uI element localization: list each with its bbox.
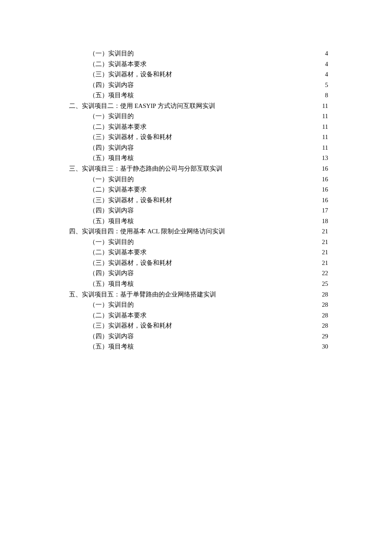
toc-entry-label: （二）实训基本要求 <box>89 59 147 70</box>
toc-entry: 四、实训项目四：使用基本 ACL 限制企业网络访问实训21 <box>69 226 328 237</box>
toc-entry-label: （二）实训基本要求 <box>89 184 147 195</box>
toc-entry-page: 4 <box>320 69 328 80</box>
toc-entry-page: 16 <box>320 163 328 174</box>
toc-entry-page: 25 <box>320 279 328 289</box>
toc-entry-label: （三）实训器材，设备和耗材 <box>89 320 172 331</box>
toc-entry-label: （五）项目考核 <box>89 341 134 352</box>
toc-entry-page: 11 <box>320 101 328 111</box>
toc-entry-page: 11 <box>320 142 328 153</box>
toc-entry-page: 17 <box>320 205 328 216</box>
toc-entry-page: 21 <box>320 247 328 258</box>
toc-entry-page: 13 <box>320 153 328 163</box>
toc-entry: （四）实训内容17 <box>69 205 328 216</box>
toc-entry-page: 21 <box>320 237 328 247</box>
toc-entry: （二）实训基本要求4 <box>69 59 328 70</box>
toc-entry: （四）实训内容29 <box>69 331 328 342</box>
toc-entry-label: （一）实训目的 <box>89 174 134 185</box>
toc-entry-label: （三）实训器材，设备和耗材 <box>89 195 172 206</box>
toc-entry-label: （二）实训基本要求 <box>89 122 147 132</box>
toc-entry: （五）项目考核25 <box>69 279 328 289</box>
toc-entry: （三）实训器材，设备和耗材4 <box>69 69 328 80</box>
toc-entry-page: 21 <box>320 258 328 268</box>
toc-entry: （一）实训目的4 <box>69 48 328 59</box>
toc-entry: （三）实训器材，设备和耗材11 <box>69 132 328 142</box>
toc-entry-page: 5 <box>320 80 328 90</box>
toc-entry: （五）项目考核8 <box>69 90 328 101</box>
toc-entry-label: （一）实训目的 <box>89 237 134 247</box>
toc-entry-label: （四）实训内容 <box>89 268 134 279</box>
toc-entry-label: （三）实训器材，设备和耗材 <box>89 69 172 80</box>
toc-entry-label: （五）项目考核 <box>89 90 134 101</box>
toc-entry: （二）实训基本要求11 <box>69 122 328 132</box>
toc-entry-label: （三）实训器材，设备和耗材 <box>89 258 172 268</box>
toc-entry: （一）实训目的11 <box>69 111 328 122</box>
toc-entry-label: （二）实训基本要求 <box>89 310 147 321</box>
toc-entry-label: 五、实训项目五：基于单臂路由的企业网络搭建实训 <box>69 289 216 300</box>
toc-entry-label: （五）项目考核 <box>89 279 134 289</box>
toc-entry-label: （二）实训基本要求 <box>89 247 147 258</box>
toc-entry-page: 21 <box>320 226 328 237</box>
toc-entry-page: 8 <box>320 90 328 101</box>
toc-entry-label: （四）实训内容 <box>89 80 134 90</box>
toc-entry-page: 22 <box>320 268 328 279</box>
toc-entry-label: （四）实训内容 <box>89 142 134 153</box>
toc-entry-page: 4 <box>320 59 328 70</box>
toc-entry: （五）项目考核18 <box>69 216 328 227</box>
toc-entry: （四）实训内容11 <box>69 142 328 153</box>
toc-entry: 五、实训项目五：基于单臂路由的企业网络搭建实训28 <box>69 289 328 300</box>
toc-entry: （一）实训目的16 <box>69 174 328 185</box>
toc-entry-label: （四）实训内容 <box>89 331 134 342</box>
toc-entry-page: 30 <box>320 341 328 352</box>
toc-entry-label: （四）实训内容 <box>89 205 134 216</box>
toc-entry-page: 28 <box>320 289 328 300</box>
toc-entry: （三）实训器材，设备和耗材16 <box>69 195 328 206</box>
toc-entry-page: 18 <box>320 216 328 227</box>
toc-entry-label: （一）实训目的 <box>89 299 134 310</box>
toc-entry-label: 四、实训项目四：使用基本 ACL 限制企业网络访问实训 <box>69 226 225 237</box>
toc-entry: （三）实训器材，设备和耗材21 <box>69 258 328 268</box>
toc-entry-label: （三）实训器材，设备和耗材 <box>89 132 172 142</box>
toc-entry: 二、实训项目二：使用 EASYIP 方式访问互联网实训 11 <box>69 101 328 111</box>
toc-entry-label: 三、实训项目三：基于静态路由的公司与分部互联实训 <box>69 163 222 174</box>
toc-entry-label: （五）项目考核 <box>89 216 134 227</box>
table-of-contents: （一）实训目的4（二）实训基本要求4（三）实训器材，设备和耗材4（四）实训内容5… <box>69 48 328 352</box>
toc-entry-page: 28 <box>320 310 328 321</box>
toc-entry-page: 16 <box>320 184 328 195</box>
toc-entry: （四）实训内容5 <box>69 80 328 90</box>
toc-entry-page: 11 <box>320 111 328 122</box>
toc-entry-label: （一）实训目的 <box>89 48 134 59</box>
toc-entry: （五）项目考核30 <box>69 341 328 352</box>
toc-entry: 三、实训项目三：基于静态路由的公司与分部互联实训16 <box>69 163 328 174</box>
toc-entry-page: 28 <box>320 299 328 310</box>
toc-entry: （一）实训目的21 <box>69 237 328 247</box>
toc-entry: （二）实训基本要求28 <box>69 310 328 321</box>
toc-entry-page: 16 <box>320 174 328 185</box>
toc-entry: （一）实训目的28 <box>69 299 328 310</box>
toc-entry: （五）项目考核13 <box>69 153 328 163</box>
toc-entry: （二）实训基本要求21 <box>69 247 328 258</box>
toc-entry-page: 11 <box>320 122 328 132</box>
toc-entry-page: 28 <box>320 320 328 331</box>
toc-entry: （二）实训基本要求16 <box>69 184 328 195</box>
toc-entry-page: 11 <box>320 132 328 142</box>
toc-entry-label: （五）项目考核 <box>89 153 134 163</box>
document-page: （一）实训目的4（二）实训基本要求4（三）实训器材，设备和耗材4（四）实训内容5… <box>0 0 392 352</box>
toc-entry-page: 4 <box>320 48 328 59</box>
toc-entry-page: 29 <box>320 331 328 342</box>
toc-entry-label: （一）实训目的 <box>89 111 134 122</box>
toc-entry: （四）实训内容22 <box>69 268 328 279</box>
toc-entry: （三）实训器材，设备和耗材28 <box>69 320 328 331</box>
toc-entry-page: 16 <box>320 195 328 206</box>
toc-entry-label: 二、实训项目二：使用 EASYIP 方式访问互联网实训 <box>69 101 215 111</box>
